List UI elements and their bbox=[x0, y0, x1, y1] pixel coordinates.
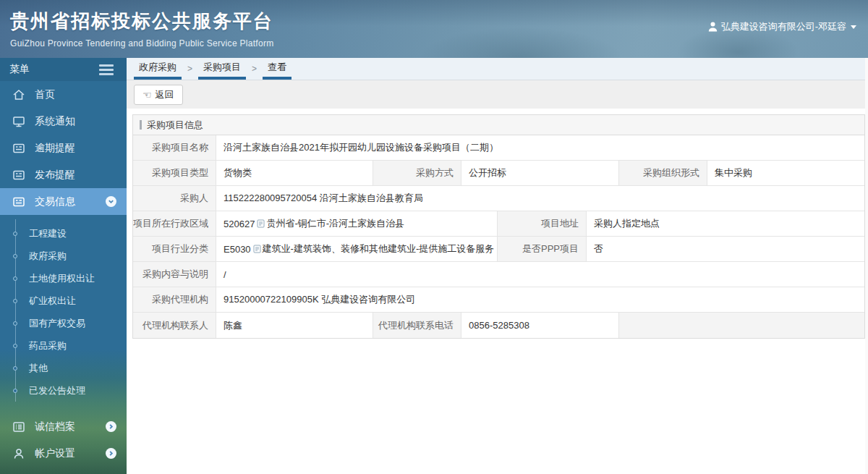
bullet-icon bbox=[13, 299, 17, 303]
sidebar-item-publish-reminder[interactable]: 发布提醒 bbox=[0, 161, 127, 188]
field-contact-phone: 代理机构联系人 陈鑫 代理机构联系电话 0856-5285308 bbox=[133, 313, 864, 338]
field-label: 采购项目类型 bbox=[133, 161, 216, 185]
field-value: 公开招标 bbox=[461, 161, 619, 185]
field-label: 项目所在行政区域 bbox=[133, 211, 216, 236]
procurement-info-panel: 采购项目信息 采购项目名称 沿河土家族自治县2021年拟开园幼儿园设施设备采购项… bbox=[132, 114, 865, 339]
field-value: 91520000722109905K 弘典建设咨询有限公司 bbox=[216, 287, 864, 312]
sidebar-item-account-settings[interactable]: 帐户设置 bbox=[0, 440, 127, 467]
user-menu[interactable]: 弘典建设咨询有限公司-邓廷容 bbox=[708, 20, 856, 33]
menu-label: 菜单 bbox=[9, 63, 30, 76]
user-icon bbox=[708, 22, 718, 32]
field-industry-ppp: 项目行业分类 E5030 建筑业-建筑装饰、装修和其他建筑业-提供施工设备服务 … bbox=[133, 237, 864, 262]
chevron-right-circle-icon bbox=[106, 421, 116, 432]
field-label: 项目行业分类 bbox=[133, 237, 216, 261]
app-window: 贵州省招标投标公共服务平台 GuiZhou Province Tendering… bbox=[0, 0, 868, 474]
transaction-submenu: 工程建设 政府采购 土地使用权出让 矿业权出让 国有产权交易 药品采购 bbox=[0, 215, 127, 405]
field-project-name: 采购项目名称 沿河土家族自治县2021年拟开园幼儿园设施设备采购项目（二期） bbox=[133, 135, 864, 161]
sidebar-subitem-land-use-rights[interactable]: 土地使用权出让 bbox=[0, 267, 127, 289]
field-region-address: 项目所在行政区域 520627 贵州省-铜仁市-沿河土家族自治县 项目地址 采购… bbox=[133, 211, 864, 237]
field-value: 否 bbox=[587, 237, 864, 261]
bullet-icon bbox=[13, 276, 17, 281]
sidebar-subitem-published-announcements[interactable]: 已发公告处理 bbox=[0, 379, 127, 402]
page-title: 贵州省招标投标公共服务平台 bbox=[10, 9, 274, 34]
document-icon bbox=[12, 141, 26, 156]
sidebar-item-home[interactable]: 首页 bbox=[0, 81, 127, 108]
breadcrumb: 政府采购 > 采购项目 > 查看 bbox=[127, 58, 865, 80]
bullet-icon bbox=[13, 254, 17, 258]
field-label: 采购组织形式 bbox=[619, 161, 707, 185]
back-hand-icon: ☜ bbox=[142, 90, 152, 100]
field-value: / bbox=[216, 262, 864, 287]
user-name: 弘典建设咨询有限公司-邓廷容 bbox=[721, 20, 846, 33]
panel-title: 采购项目信息 bbox=[147, 119, 203, 132]
back-button[interactable]: ☜ 返回 bbox=[134, 85, 183, 105]
breadcrumb-government-procurement[interactable]: 政府采购 bbox=[134, 58, 182, 80]
bullet-icon bbox=[13, 321, 17, 326]
sidebar-item-overdue-reminder[interactable]: 逾期提醒 bbox=[0, 135, 127, 161]
field-value: 沿河土家族自治县2021年拟开园幼儿园设施设备采购项目（二期） bbox=[216, 135, 864, 160]
field-value industry-value: E5030 建筑业-建筑装饰、装修和其他建筑业-提供施工设备服务 bbox=[216, 237, 498, 261]
sidebar-bottom-group: 诚信档案 帐户设置 bbox=[0, 413, 127, 467]
field-value: 采购人指定地点 bbox=[587, 211, 864, 236]
hamburger-icon[interactable] bbox=[99, 64, 114, 75]
empty-cell bbox=[619, 313, 864, 338]
sidebar-item-system-notice[interactable]: 系统通知 bbox=[0, 108, 127, 135]
bullet-icon bbox=[13, 232, 17, 236]
title-bar-icon bbox=[140, 120, 142, 130]
field-label: 采购人 bbox=[133, 186, 216, 211]
field-value: 0856-5285308 bbox=[461, 313, 619, 338]
person-icon bbox=[12, 447, 26, 461]
document-icon bbox=[12, 168, 26, 182]
breadcrumb-separator: > bbox=[246, 58, 263, 80]
sidebar-subitem-mining-rights[interactable]: 矿业权出让 bbox=[0, 289, 127, 312]
sidebar-item-transaction-info[interactable]: 交易信息 bbox=[0, 188, 127, 215]
field-label: 代理机构联系人 bbox=[133, 313, 216, 338]
field-type-method-orgform: 采购项目类型 货物类 采购方式 公开招标 采购组织形式 集中采购 bbox=[133, 161, 864, 186]
bullet-icon bbox=[13, 389, 17, 393]
panel-title-row: 采购项目信息 bbox=[133, 115, 864, 135]
bullet-icon bbox=[13, 366, 17, 371]
breadcrumb-procurement-project[interactable]: 采购项目 bbox=[198, 58, 246, 80]
document-select-icon[interactable] bbox=[253, 245, 261, 253]
field-content-description: 采购内容与说明 / bbox=[133, 262, 864, 287]
field-purchaser: 采购人 115222280095720054 沿河土家族自治县教育局 bbox=[133, 186, 864, 211]
toolbar: ☜ 返回 bbox=[127, 80, 865, 109]
bullet-icon bbox=[13, 344, 17, 348]
field-label: 是否PPP项目 bbox=[498, 237, 587, 261]
main-content: 政府采购 > 采购项目 > 查看 ☜ 返回 采购项目信息 采购项目名称 沿河土家… bbox=[127, 58, 865, 474]
field-label: 采购代理机构 bbox=[133, 287, 216, 312]
field-value: 货物类 bbox=[216, 161, 373, 185]
sidebar-subitem-drug-procurement[interactable]: 药品采购 bbox=[0, 334, 127, 357]
field-label: 采购内容与说明 bbox=[133, 262, 216, 287]
field-value: 115222280095720054 沿河土家族自治县教育局 bbox=[216, 186, 864, 211]
brand-block: 贵州省招标投标公共服务平台 GuiZhou Province Tendering… bbox=[10, 9, 274, 48]
chevron-right-circle-icon bbox=[106, 448, 116, 459]
field-agency: 采购代理机构 91520000722109905K 弘典建设咨询有限公司 bbox=[133, 287, 864, 313]
document-select-icon[interactable] bbox=[257, 219, 265, 228]
page-subtitle: GuiZhou Province Tendering and Bidding P… bbox=[10, 38, 274, 48]
list-icon bbox=[12, 420, 26, 434]
document-icon bbox=[12, 195, 26, 209]
field-value: 集中采购 bbox=[707, 161, 864, 185]
chevron-down-icon bbox=[851, 25, 856, 29]
app-header: 贵州省招标投标公共服务平台 GuiZhou Province Tendering… bbox=[0, 0, 868, 58]
field-label: 采购项目名称 bbox=[133, 135, 216, 160]
sidebar: 菜单 首页 系统通知 逾期 bbox=[0, 58, 127, 474]
field-value: 陈鑫 bbox=[216, 313, 373, 338]
home-icon bbox=[12, 88, 26, 102]
field-label: 项目地址 bbox=[498, 211, 587, 236]
sidebar-menu-header: 菜单 bbox=[0, 58, 127, 81]
field-label: 代理机构联系电话 bbox=[373, 313, 461, 338]
sidebar-subitem-project-construction[interactable]: 工程建设 bbox=[0, 222, 127, 245]
monitor-icon bbox=[12, 114, 26, 129]
chevron-down-circle-icon bbox=[106, 196, 116, 207]
scrollbar-track[interactable] bbox=[865, 58, 868, 474]
breadcrumb-separator: > bbox=[182, 58, 198, 80]
sidebar-subitem-other[interactable]: 其他 bbox=[0, 357, 127, 379]
breadcrumb-view[interactable]: 查看 bbox=[263, 58, 292, 80]
sidebar-subitem-state-owned-property[interactable]: 国有产权交易 bbox=[0, 312, 127, 334]
sidebar-subitem-government-procurement[interactable]: 政府采购 bbox=[0, 245, 127, 267]
sidebar-item-credit-archive[interactable]: 诚信档案 bbox=[0, 413, 127, 440]
field-label: 采购方式 bbox=[373, 161, 461, 185]
field-value region-value: 520627 贵州省-铜仁市-沿河土家族自治县 bbox=[216, 211, 498, 236]
